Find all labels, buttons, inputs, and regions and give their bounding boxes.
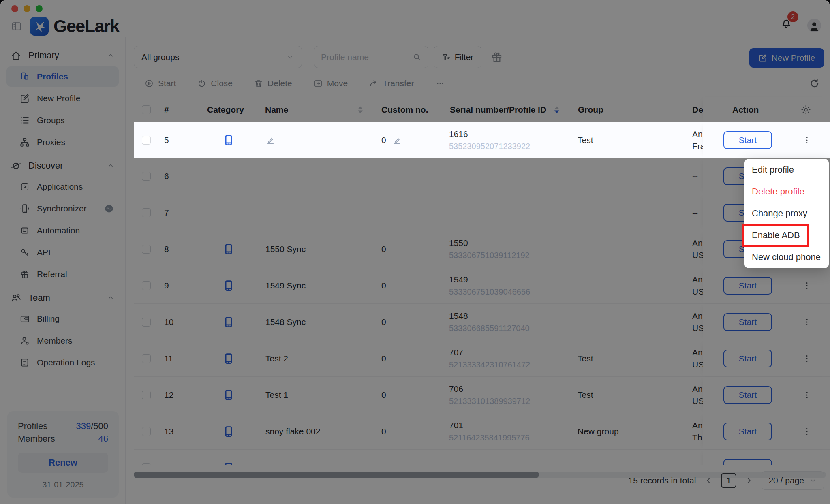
table-row[interactable]: 5 0 1616535230952071233922 Test AnFra St…: [134, 122, 830, 158]
app-window: GeeLark 2 Primary Profiles New Profile G…: [0, 0, 830, 504]
row-context-menu: Edit profile Delete profile Change proxy…: [744, 159, 829, 268]
start-button[interactable]: Start: [723, 131, 772, 149]
action-cell: Start: [703, 122, 830, 158]
tutorial-dim-overlay: [0, 0, 830, 504]
serial-number: 1616: [449, 129, 468, 138]
more-v-icon[interactable]: [802, 135, 812, 145]
desktop-background: GeeLark 2 Primary Profiles New Profile G…: [0, 0, 830, 504]
profile-name-cell: [265, 135, 276, 145]
pencil-icon[interactable]: [392, 135, 402, 145]
menu-item-edit-profile[interactable]: Edit profile: [744, 159, 829, 181]
row-index: 5: [164, 135, 169, 145]
profile-id: 535230952071233922: [449, 142, 530, 151]
menu-item-new-cloud-phone[interactable]: New cloud phone: [744, 246, 829, 268]
group-cell: Test: [578, 135, 593, 145]
custom-no-cell: 0: [381, 135, 386, 145]
pencil-icon[interactable]: [265, 135, 276, 145]
annotation-box: [742, 224, 809, 247]
menu-item-change-proxy[interactable]: Change proxy: [744, 203, 829, 224]
menu-item-delete-profile[interactable]: Delete profile: [744, 181, 829, 203]
row-checkbox[interactable]: [142, 136, 151, 145]
phone-icon: [222, 134, 235, 146]
